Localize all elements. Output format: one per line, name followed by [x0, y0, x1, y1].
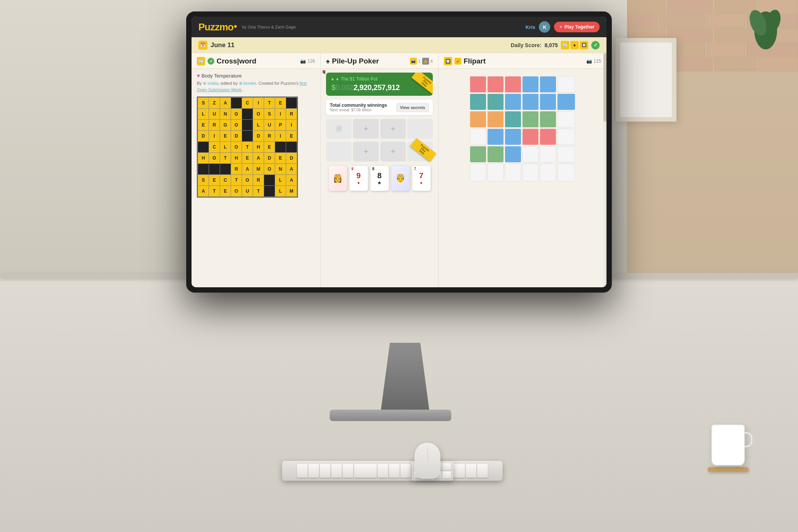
grid-row-4: D I E D D R I E — [198, 131, 297, 141]
subtitle-text: Body Temperature — [201, 73, 242, 79]
poker-title: Pile-Up Poker — [332, 57, 379, 65]
svg-rect-36 — [470, 111, 486, 127]
grid-row-5: C L O T H E — [198, 142, 297, 152]
mug-container — [711, 424, 749, 472]
svg-rect-6 — [659, 14, 705, 28]
monitor-base — [330, 410, 451, 421]
cell-black — [231, 98, 242, 108]
card-8-label: 8 — [372, 167, 375, 171]
svg-rect-59 — [557, 164, 575, 181]
numpad-key — [442, 471, 451, 478]
mouse — [415, 443, 440, 479]
play-together-button[interactable]: ♥ Play Together — [554, 22, 600, 32]
image-icon-flipart: 📷 — [586, 59, 592, 64]
svg-rect-38 — [505, 111, 521, 127]
key — [309, 464, 319, 478]
cell: L — [220, 142, 231, 152]
poker-count-images: 1 — [418, 59, 421, 63]
svg-rect-24 — [470, 76, 486, 92]
card-7-suit: ♦ — [420, 180, 422, 185]
pot-main-amount: 2,920,257,912 — [353, 83, 399, 92]
key — [389, 464, 400, 478]
lock-icon: 🔒 — [422, 58, 429, 65]
svg-rect-49 — [488, 146, 504, 162]
cell: L — [198, 109, 209, 119]
daily-score-value: 8,075 — [545, 42, 558, 48]
logo: Puzzmo — [198, 21, 237, 33]
cell: O — [231, 142, 242, 152]
flipart-body — [439, 69, 606, 287]
avatar[interactable]: K — [539, 21, 550, 33]
svg-rect-55 — [488, 164, 504, 181]
svg-rect-45 — [522, 129, 538, 145]
svg-rect-2 — [667, 0, 712, 13]
card-8-value: 8 — [377, 171, 382, 180]
crossword-subtitle: ♥ Body Temperature — [197, 73, 315, 79]
cell: D — [253, 131, 264, 141]
date-text: June 11 — [211, 41, 234, 49]
winnings-next: Next reveal: $7.08 billion — [330, 108, 387, 112]
svg-rect-34 — [540, 94, 556, 110]
cell: E — [242, 153, 253, 163]
cell-black — [198, 142, 209, 152]
svg-rect-28 — [540, 76, 556, 92]
cell: S — [198, 98, 209, 108]
monitor-screen: Puzzmo by Orta Therox & Zach Gage Kris K… — [192, 17, 606, 287]
view-secrets-button[interactable]: View secrets — [396, 103, 429, 112]
cell: C — [242, 98, 253, 108]
daily-score-label: Daily Score: — [511, 42, 542, 48]
calendar-icon: 📅 — [198, 41, 207, 50]
crossword-title: Cross|word — [217, 57, 256, 65]
pot-prefix: $ — [331, 83, 336, 92]
svg-rect-25 — [488, 76, 504, 92]
image-icon: 📷 — [300, 59, 306, 64]
scrollbar-thumb[interactable] — [603, 53, 606, 122]
card-slots-grid: + + — [326, 119, 433, 139]
cell-black — [198, 164, 209, 174]
cell-black — [264, 175, 275, 185]
crossword-header: 📰 ✓ Cross|word 📷 126 — [192, 53, 320, 69]
poker-count-lock: 6 — [431, 59, 433, 63]
flipart-count-value: 115 — [594, 59, 601, 64]
queen-face: 👸 — [332, 173, 343, 183]
poker-pot-banner: PuzzmoPlusOnly ♠ ♦ The $1 Trillion Pot $… — [326, 73, 433, 96]
flipart-title: Flipart — [464, 57, 486, 65]
scrollbar-track[interactable] — [603, 53, 606, 287]
card-slot-plus-1: + — [353, 119, 378, 139]
cell: H — [253, 142, 264, 152]
crossword-count-value: 126 — [307, 59, 315, 64]
crossword-panel: 📰 ✓ Cross|word 📷 126 ♥ Body Temperature … — [192, 53, 321, 287]
card-slot-b-plus-1: + — [353, 142, 378, 162]
key — [331, 464, 342, 478]
date-bar: 📅 June 11 Daily Score: 8,075 📰 ♠ 🔲 ✓ — [192, 37, 606, 53]
card-slot-b-plus-2: + — [380, 142, 406, 162]
cell: E — [275, 153, 286, 163]
cell: R — [264, 131, 275, 141]
pot-amount: $0.0022,920,257,912 — [331, 83, 428, 92]
cell: H — [198, 153, 209, 163]
cell: R — [286, 109, 297, 119]
card-7-value: 7 — [419, 171, 423, 180]
svg-rect-35 — [557, 94, 575, 110]
crossword-grid: S Z A C I T E L U — [197, 97, 298, 198]
key — [343, 464, 353, 478]
grid-row-9: A T E O U T L M — [198, 186, 297, 196]
spade-icon-sm: ♠ — [331, 76, 334, 82]
winnings-info: Total community winnings Next reveal: $7… — [330, 103, 387, 112]
svg-rect-15 — [707, 43, 745, 57]
cell: A — [253, 153, 264, 163]
card-queen-hearts: Q 👸 — [328, 165, 347, 191]
cell: R — [209, 120, 220, 130]
poker-body: PuzzmoPlusOnly ♠ ♦ The $1 Trillion Pot $… — [321, 69, 438, 287]
svg-rect-30 — [470, 94, 486, 110]
svg-rect-52 — [540, 146, 556, 162]
cell: Z — [209, 98, 220, 108]
heart-icon-subtitle: ♥ — [197, 73, 200, 79]
svg-rect-41 — [557, 111, 575, 127]
cell-black — [242, 131, 253, 141]
daily-score-area: Daily Score: 8,075 📰 ♠ 🔲 ✓ — [511, 41, 600, 49]
cell: E — [209, 175, 220, 185]
cell: E — [264, 142, 275, 152]
cell-black — [264, 186, 275, 196]
cell: T — [253, 186, 264, 196]
